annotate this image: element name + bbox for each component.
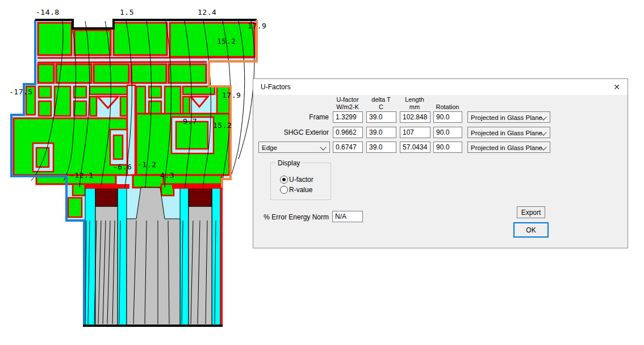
temperature-label: 15.2 (213, 121, 232, 130)
temperature-label: -14.8 (36, 8, 60, 16)
column-header-rotation: Rotation (429, 103, 466, 111)
temperature-label: 12.4 (198, 8, 216, 16)
glass-pane (212, 186, 220, 326)
glazing-system (85, 186, 220, 326)
temperature-label: -6.6 (113, 163, 132, 171)
edge-rotation-field[interactable] (433, 142, 462, 153)
shgc-ufactor-field[interactable] (333, 127, 363, 138)
row-label-shgc-exterior: SHGC Exterior (253, 128, 329, 136)
spacer (189, 189, 212, 206)
shgc-delta-t-field[interactable] (366, 127, 396, 138)
r-value-radio-label: R-value (289, 186, 312, 194)
frame-projection-select[interactable]: Projected in Glass Plane (467, 111, 550, 123)
frame-length-field[interactable] (400, 111, 430, 123)
chevron-down-icon (320, 144, 326, 150)
error-energy-norm-field[interactable] (332, 211, 363, 222)
temperature-label: -12.1 (70, 171, 94, 180)
column-header-length: Lengthmm (396, 96, 433, 111)
temperature-label: 15.2 (217, 37, 236, 45)
u-factors-dialog: U-Factors ✕ U-factorW/m2-K delta TC Leng… (253, 78, 628, 248)
r-value-radio[interactable] (280, 186, 288, 194)
display-group: Display U-factor R-value (270, 163, 331, 200)
temperature-label: 17.9 (248, 22, 266, 30)
temperature-label: -17.5 (9, 88, 33, 96)
glass-pane (118, 186, 127, 326)
ok-button[interactable]: OK (513, 222, 549, 238)
error-energy-norm-label: % Error Energy Norm (253, 213, 329, 221)
close-icon[interactable]: ✕ (610, 81, 623, 93)
u-factor-radio-label: U-factor (289, 176, 313, 184)
glass-pane (180, 186, 189, 326)
display-group-label: Display (275, 159, 302, 167)
u-factor-radio[interactable] (280, 176, 288, 184)
temperature-label: 17.9 (222, 91, 241, 99)
shgc-length-field[interactable] (400, 127, 430, 138)
shgc-rotation-field[interactable] (433, 127, 462, 138)
spacer (95, 189, 118, 206)
therm-application-canvas: -14.81.512.417.915.2-17.517.99.715.2-6.6… (0, 0, 644, 345)
edge-delta-t-field[interactable] (366, 142, 396, 153)
row-label-frame: Frame (253, 113, 329, 121)
temperature-label: 9.7 (183, 117, 197, 126)
edge-ufactor-field[interactable] (333, 142, 363, 153)
glass-pane (85, 186, 95, 326)
edge-projection-select[interactable]: Projected in Glass Plane (467, 142, 550, 153)
export-button[interactable]: Export (517, 206, 545, 218)
frame-delta-t-field[interactable] (366, 111, 396, 123)
frame-rotation-field[interactable] (433, 111, 462, 123)
column-header-delta-t: delta TC (363, 96, 399, 111)
edge-row-select[interactable]: Edge (258, 142, 330, 153)
dialog-title: U-Factors (261, 83, 291, 91)
temperature-label: 1.5 (120, 8, 134, 16)
column-header-ufactor: U-factorW/m2-K (329, 96, 366, 111)
frame-ufactor-field[interactable] (333, 111, 363, 123)
temperature-label: -1.2 (137, 160, 156, 169)
frame-second-band (38, 64, 206, 83)
temperature-label: 4.3 (160, 171, 174, 180)
edge-length-field[interactable] (400, 142, 430, 153)
shgc-projection-select[interactable]: Projected in Glass Plane (467, 127, 550, 138)
dialog-titlebar[interactable]: U-Factors ✕ (253, 79, 628, 95)
